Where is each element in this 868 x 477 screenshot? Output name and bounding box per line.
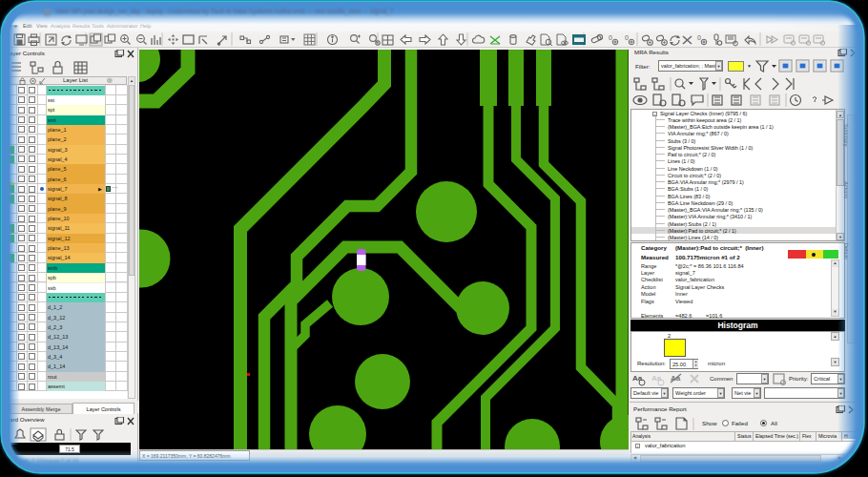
svg-text:Aa: Aa (632, 374, 643, 383)
svg-text:0: 0 (625, 34, 629, 41)
svg-text:0: 0 (609, 34, 612, 41)
svg-text:0: 0 (697, 34, 701, 41)
svg-text:Aa: Aa (651, 374, 662, 383)
